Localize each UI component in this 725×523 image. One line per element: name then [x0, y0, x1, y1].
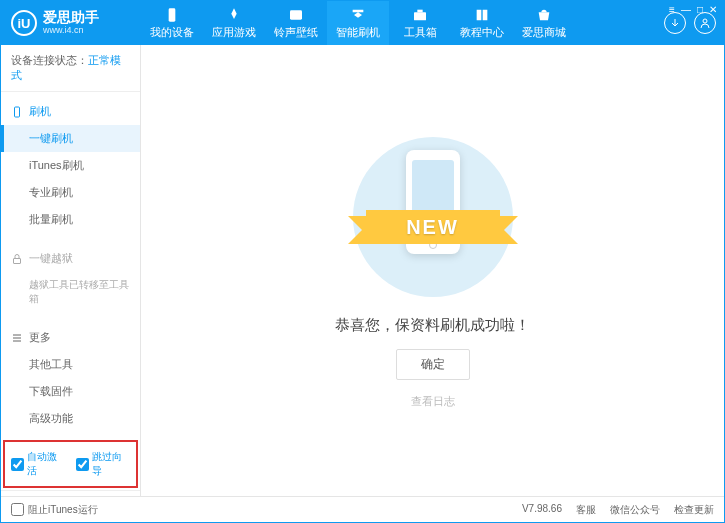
- sidebar: 设备连接状态：正常模式 刷机 一键刷机 iTunes刷机 专业刷机 批量刷机 一…: [1, 45, 141, 496]
- list-icon: [11, 332, 23, 344]
- auto-activate-checkbox[interactable]: 自动激活: [11, 450, 66, 478]
- logo-block: iU 爱思助手 www.i4.cn: [1, 10, 141, 36]
- nav-label: 智能刷机: [336, 25, 380, 40]
- download-button[interactable]: [664, 12, 686, 34]
- checkbox-group: 自动激活 跳过向导: [3, 440, 138, 488]
- sidebar-head-more[interactable]: 更多: [1, 324, 140, 351]
- service-link[interactable]: 客服: [576, 503, 596, 517]
- store-icon: [536, 7, 552, 23]
- svg-point-4: [703, 19, 707, 23]
- phone-icon: [164, 7, 180, 23]
- svg-rect-6: [14, 258, 21, 263]
- app-name: 爱思助手: [43, 10, 99, 25]
- svg-rect-0: [169, 8, 176, 21]
- nav-tutorial[interactable]: 教程中心: [451, 1, 513, 45]
- connection-status: 设备连接状态：正常模式: [1, 45, 140, 92]
- nav-label: 工具箱: [404, 25, 437, 40]
- close-icon[interactable]: ✕: [709, 4, 717, 15]
- nav-my-device[interactable]: 我的设备: [141, 1, 203, 45]
- jailbreak-note: 越狱工具已转移至工具箱: [1, 272, 140, 312]
- sidebar-item-oneclick-flash[interactable]: 一键刷机: [1, 125, 140, 152]
- skip-guide-checkbox[interactable]: 跳过向导: [76, 450, 131, 478]
- new-ribbon: NEW: [366, 210, 500, 244]
- nav-store[interactable]: 爱思商城: [513, 1, 575, 45]
- check-update-link[interactable]: 检查更新: [674, 503, 714, 517]
- nav-flash[interactable]: 智能刷机: [327, 1, 389, 45]
- sidebar-item-download-firmware[interactable]: 下载固件: [1, 378, 140, 405]
- nav-label: 我的设备: [150, 25, 194, 40]
- menu-icon[interactable]: ≡: [669, 4, 675, 15]
- main-content: NEW 恭喜您，保资料刷机成功啦！ 确定 查看日志: [141, 45, 724, 496]
- statusbar: 阻止iTunes运行 V7.98.66 客服 微信公众号 检查更新: [1, 496, 724, 522]
- apps-icon: [226, 7, 242, 23]
- success-illustration: NEW: [348, 132, 518, 302]
- app-url: www.i4.cn: [43, 26, 99, 36]
- block-itunes-checkbox[interactable]: 阻止iTunes运行: [11, 503, 98, 517]
- nav-toolbox[interactable]: 工具箱: [389, 1, 451, 45]
- wechat-link[interactable]: 微信公众号: [610, 503, 660, 517]
- book-icon: [474, 7, 490, 23]
- lock-icon: [11, 253, 23, 265]
- user-button[interactable]: [694, 12, 716, 34]
- nav-label: 铃声壁纸: [274, 25, 318, 40]
- sidebar-head-jailbreak: 一键越狱: [1, 245, 140, 272]
- titlebar: iU 爱思助手 www.i4.cn 我的设备 应用游戏 铃声壁纸 智能刷机: [1, 1, 724, 45]
- sidebar-item-other-tools[interactable]: 其他工具: [1, 351, 140, 378]
- main-nav: 我的设备 应用游戏 铃声壁纸 智能刷机 工具箱 教程中心: [141, 1, 664, 45]
- sidebar-item-itunes-flash[interactable]: iTunes刷机: [1, 152, 140, 179]
- svg-rect-3: [417, 9, 422, 12]
- version-label: V7.98.66: [522, 503, 562, 517]
- phone-icon: [11, 106, 23, 118]
- nav-label: 教程中心: [460, 25, 504, 40]
- nav-label: 爱思商城: [522, 25, 566, 40]
- view-log-link[interactable]: 查看日志: [411, 394, 455, 409]
- sidebar-item-advanced[interactable]: 高级功能: [1, 405, 140, 432]
- flash-icon: [350, 7, 366, 23]
- sidebar-head-flash[interactable]: 刷机: [1, 98, 140, 125]
- ok-button[interactable]: 确定: [396, 349, 470, 380]
- svg-rect-2: [414, 12, 426, 20]
- success-message: 恭喜您，保资料刷机成功啦！: [335, 316, 530, 335]
- svg-rect-5: [15, 107, 20, 117]
- sidebar-item-batch-flash[interactable]: 批量刷机: [1, 206, 140, 233]
- minimize-icon[interactable]: —: [681, 4, 691, 15]
- maximize-icon[interactable]: □: [697, 4, 703, 15]
- svg-rect-1: [290, 10, 302, 19]
- nav-apps[interactable]: 应用游戏: [203, 1, 265, 45]
- wallpaper-icon: [288, 7, 304, 23]
- nav-wallpaper[interactable]: 铃声壁纸: [265, 1, 327, 45]
- nav-label: 应用游戏: [212, 25, 256, 40]
- toolbox-icon: [412, 7, 428, 23]
- logo-icon: iU: [11, 10, 37, 36]
- sidebar-item-pro-flash[interactable]: 专业刷机: [1, 179, 140, 206]
